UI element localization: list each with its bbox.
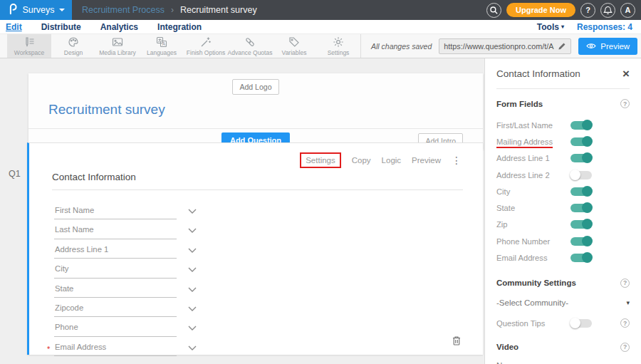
field-zipcode[interactable]: Zipcode	[54, 298, 177, 317]
chevron-down-icon[interactable]	[188, 266, 197, 274]
toggle-row-address-line-2: Address Line 2	[496, 167, 630, 183]
surveys-menu[interactable]: Surveys	[0, 0, 72, 20]
toggle-row-first-last-name: First/Last Name	[496, 117, 630, 133]
toggle-knob	[582, 252, 593, 263]
toggle-row-phone-number: Phone Number	[496, 233, 630, 249]
toggle-label: City	[496, 187, 510, 196]
field-phone[interactable]: Phone	[54, 317, 177, 336]
chevron-down-icon[interactable]	[188, 286, 197, 294]
help-circle-icon[interactable]: ?	[620, 318, 630, 328]
question-logic-link[interactable]: Logic	[382, 156, 402, 165]
question-settings-link[interactable]: Settings	[300, 152, 341, 168]
preview-button-label: Preview	[600, 42, 630, 51]
question-copy-link[interactable]: Copy	[352, 156, 371, 165]
community-select[interactable]: -Select Community- ▾	[496, 297, 630, 308]
add-logo-button[interactable]: Add Logo	[232, 79, 280, 95]
responses-count[interactable]: Responses: 4	[577, 22, 632, 32]
toggle-email-address[interactable]	[570, 254, 592, 262]
toggle-city[interactable]	[570, 187, 592, 196]
tools-menu[interactable]: Tools ▾	[537, 22, 564, 32]
survey-url-field[interactable]: https://www.questionpro.com/t/APNrFZ	[439, 38, 571, 54]
upgrade-now-button[interactable]: Upgrade Now	[506, 3, 575, 17]
question-tips-row: Question Tips ?	[496, 315, 630, 332]
logo-row: Add Logo	[28, 73, 483, 99]
field-first-name[interactable]: First Name	[54, 200, 177, 219]
tab-analytics[interactable]: Analytics	[100, 22, 138, 32]
toggle-row-zip: Zip	[496, 217, 630, 233]
toggle-first-last-name[interactable]	[570, 121, 592, 130]
field-label: Address Line 1	[55, 245, 108, 254]
toolbar-item-label: Variables	[282, 49, 307, 56]
community-settings-section: Community Settings ? -Select Community- …	[496, 279, 630, 332]
edit-pencil-icon[interactable]	[558, 42, 566, 51]
toggle-phone-number[interactable]	[570, 237, 592, 246]
chevron-down-icon[interactable]	[188, 305, 197, 313]
toolbar-item-media-library[interactable]: Media Library	[95, 34, 140, 58]
toolbar-item-label: Settings	[328, 49, 350, 56]
field-address-line-1[interactable]: Address Line 1	[54, 239, 177, 259]
variables-icon	[288, 36, 300, 48]
toggle-address-line-1[interactable]	[570, 154, 592, 162]
help-circle-icon[interactable]: ?	[620, 343, 630, 352]
field-label: Email Address	[55, 343, 106, 351]
chevron-down-icon[interactable]	[188, 324, 197, 333]
chevron-down-icon[interactable]	[188, 227, 197, 235]
chevron-down-icon[interactable]	[188, 207, 197, 216]
toolbar-item-variables[interactable]: Variables	[272, 34, 316, 58]
toolbar-item-workspace[interactable]: Workspace	[7, 34, 51, 58]
required-asterisk: *	[47, 345, 50, 353]
kebab-menu-icon[interactable]: ⋮	[452, 157, 462, 164]
design-icon	[68, 36, 79, 48]
tab-distribute[interactable]: Distribute	[41, 22, 81, 32]
survey-title[interactable]: Recruitment survey	[28, 99, 483, 128]
community-settings-heading: Community Settings	[496, 279, 576, 287]
toggle-knob	[582, 136, 593, 147]
field-label: City	[55, 264, 68, 273]
field-last-name[interactable]: Last Name	[54, 219, 177, 239]
trash-icon	[452, 336, 462, 346]
toggle-mailing-address[interactable]	[570, 137, 592, 146]
toolbar-item-design[interactable]: Design	[51, 34, 95, 58]
question-preview-link[interactable]: Preview	[412, 156, 441, 165]
preview-button[interactable]: Preview	[578, 38, 637, 55]
video-heading: Video	[496, 343, 518, 351]
toolbar-item-languages[interactable]: A Languages	[140, 34, 184, 58]
toolbar-item-settings[interactable]: Settings	[316, 34, 360, 58]
toggle-knob	[582, 152, 593, 163]
toggle-address-line-2[interactable]	[570, 171, 592, 180]
close-icon[interactable]: ×	[622, 69, 630, 79]
video-select[interactable]: None ▾	[496, 361, 596, 364]
survey-url[interactable]: https://www.questionpro.com/t/APNrFZ	[444, 42, 554, 51]
help-circle-icon[interactable]: ?	[620, 279, 630, 288]
help-circle-icon[interactable]: ?	[620, 99, 630, 108]
breadcrumb-folder[interactable]: Recruitment Process	[82, 5, 165, 15]
tab-integration[interactable]: Integration	[157, 22, 202, 32]
toggle-row-city: City	[496, 183, 630, 199]
question-title[interactable]: Contact Information	[52, 172, 463, 190]
bell-icon	[603, 6, 613, 15]
toggle-zip[interactable]	[570, 220, 592, 229]
tab-edit[interactable]: Edit	[6, 22, 22, 32]
chevron-down-icon[interactable]	[188, 344, 197, 353]
toolbar-item-finish-options[interactable]: Finish Options	[184, 34, 228, 58]
field-label: Zipcode	[55, 303, 83, 312]
field-email-address[interactable]: * Email Address	[54, 337, 177, 356]
notifications-button[interactable]	[600, 3, 615, 18]
video-heading-row: Video ?	[496, 343, 630, 352]
toolbar-item-label: Workspace	[14, 49, 44, 56]
toggle-question-tips[interactable]	[570, 319, 592, 328]
survey-canvas: Q1 Add Logo Recruitment survey Add Quest…	[0, 58, 484, 364]
toggle-knob	[570, 170, 580, 180]
toggle-label: Zip	[496, 220, 508, 229]
chevron-down-icon[interactable]	[188, 246, 197, 255]
field-city[interactable]: City	[54, 259, 177, 278]
toolbar-item-label: Design	[64, 49, 83, 56]
delete-question-button[interactable]	[452, 336, 462, 349]
toggle-state[interactable]	[570, 204, 592, 212]
avatar[interactable]: A	[620, 3, 635, 18]
video-select-value: None	[496, 361, 516, 364]
help-button[interactable]: ?	[580, 3, 595, 18]
field-state[interactable]: State	[54, 279, 177, 298]
search-button[interactable]	[486, 3, 501, 18]
toolbar-item-advance-quotas[interactable]: Advance Quotas	[228, 34, 272, 58]
